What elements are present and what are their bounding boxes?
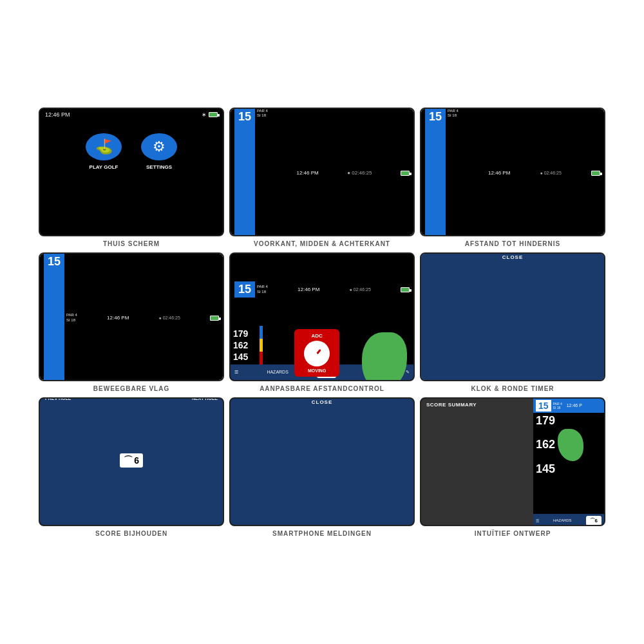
- cell-klok: < BACK ROUND TIME ∗ 03:17:42 ROUND TIME: [420, 252, 605, 392]
- hole-badge-score: ⌒ 6: [120, 453, 143, 468]
- timer-adc: ● 02:46:25: [349, 287, 370, 292]
- battery-voorkant: [401, 171, 410, 176]
- screen-beweeg: 15 PAR 4 SI 18 12:46 PM ● 02:46:25 179: [39, 252, 224, 381]
- cell-sms: < BACK TEXT MESSAGE ∗ ⎘ Patrick Stoneris…: [229, 397, 415, 537]
- time-voorkant: 12:46 PM: [296, 170, 318, 176]
- play-golf-icon-circle: ⛳: [86, 133, 122, 160]
- hole-info-adc: 15 PAR 4 SI 18: [234, 281, 268, 298]
- par-afstand: PAR 4: [448, 109, 459, 113]
- status-icons-thuis: ∗: [202, 111, 218, 118]
- screen-sms: < BACK TEXT MESSAGE ∗ ⎘ Patrick Stoneris…: [229, 397, 415, 526]
- close-bar-klok[interactable]: CLOSE: [421, 252, 604, 380]
- caption-afstand: AFSTAND TOT HINDERNIS: [465, 240, 560, 247]
- hole-num-menu: 15: [536, 400, 551, 412]
- topbar-voorkant: 15 PAR 4 SI 18 12:46 PM ● 02:46:25: [231, 109, 413, 236]
- topbar-beweeg: 15 PAR 4 SI 18 12:46 PM ● 02:46:25: [40, 254, 223, 381]
- caption-adc: AANPASBARE AFSTANDCONTROL: [260, 385, 384, 392]
- hazards-menu: HAZARDS: [553, 518, 572, 522]
- time-thuis: 12:46 PM: [45, 111, 70, 118]
- bottombar-menu: ☰ HAZARDS ⌒6: [533, 514, 604, 526]
- time-menu: 12:46 P: [567, 403, 582, 408]
- distances-adc: 179 162 145: [231, 326, 260, 365]
- right-topbar-menu: 15 PAR 4 SI 18 12:46 P: [533, 399, 604, 413]
- close-bar-sms[interactable]: CLOSE: [231, 397, 413, 525]
- settings-btn[interactable]: ⚙ SETTINGS: [141, 133, 177, 236]
- time-beweeg: 12:46 PM: [107, 315, 129, 321]
- dist3-menu: 145: [533, 461, 604, 477]
- dist3-adc: 145: [233, 352, 257, 362]
- par-info-menu: PAR 4 SI 18: [553, 402, 562, 410]
- par-info-voorkant: PAR 4 SI 18: [257, 109, 268, 236]
- par-voorkant: PAR 4: [257, 109, 268, 113]
- bluetooth-icon: ∗: [202, 111, 207, 118]
- adc-title: ADC: [298, 333, 336, 339]
- si-voorkant: SI 18: [257, 113, 268, 118]
- timer-afstand: ● 02:46:25: [540, 171, 561, 175]
- prev-hole-btn[interactable]: PREV HOLE: [45, 397, 71, 525]
- compass-needle: [313, 348, 321, 357]
- caption-klok: KLOK & RONDE TIMER: [471, 385, 554, 392]
- cell-thuis: 12:46 PM ∗ ⛳ PLAY GOLF: [39, 108, 224, 247]
- dist2-adc: 162: [233, 340, 257, 350]
- caption-sms: SMARTPHONE MELDINGEN: [272, 530, 372, 537]
- arch-score: ⌒: [124, 455, 133, 466]
- cell-afstand: 15 PAR 4 SI 18 12:46 PM ● 02:46:25 190: [420, 108, 605, 247]
- hole-info-afstand: 15 PAR 4 SI 18: [425, 109, 459, 236]
- timer-beweeg: ● 02:46:25: [158, 316, 180, 320]
- next-hole-btn[interactable]: NEXT HOLE: [192, 397, 218, 525]
- adc-compass: [304, 341, 330, 366]
- si-afstand: SI 18: [448, 113, 459, 118]
- adc-widget: ADC MOVING: [294, 329, 339, 377]
- caption-menu: INTUÏTIEF ONTWERP: [475, 530, 551, 537]
- golfer-icon: ⛳: [95, 138, 113, 155]
- hole-num-voorkant: 15: [234, 109, 255, 236]
- hole-num-beweeg: 15: [44, 254, 64, 381]
- dist1-adc: 179: [233, 328, 257, 339]
- settings-icon-circle: ⚙: [141, 133, 177, 160]
- screens-grid: 12:46 PM ∗ ⛳ PLAY GOLF: [39, 108, 605, 537]
- dist2-row-menu: 162: [533, 429, 604, 461]
- battery-beweeg: [210, 316, 219, 321]
- mini-green-menu: [558, 429, 583, 461]
- battery-afstand: [591, 171, 600, 176]
- caption-score: SCORE BIJHOUDEN: [95, 530, 167, 537]
- right-area-menu: [558, 429, 583, 461]
- cell-voorkant: 15 PAR 4 SI 18 12:46 PM ● 02:46:25 179: [229, 108, 415, 247]
- screen-menu: SCORE SUMMARY SELECT HOLE SET UNITS SET …: [420, 397, 605, 526]
- hole-num-adc: 15: [234, 281, 255, 298]
- hole-info-voorkant: 15 PAR 4 SI 18: [234, 109, 268, 236]
- timer-voorkant: ● 02:46:25: [347, 170, 372, 176]
- play-golf-label: PLAY GOLF: [90, 164, 118, 236]
- menu-icon-menu[interactable]: ☰: [536, 518, 539, 523]
- screen-adc: 15 PAR 4 SI 18 12:46 PM ● 02:46:25 179: [229, 252, 415, 381]
- par-info-adc: PAR 4 SI 18: [257, 285, 268, 294]
- par-info-afstand: PAR 4 SI 18: [448, 109, 459, 236]
- app-icons-row: ⛳ PLAY GOLF ⚙ SETTINGS: [40, 120, 223, 236]
- caption-beweeg: BEWEEGBARE VLAG: [93, 385, 169, 392]
- menu-list: SCORE SUMMARY SELECT HOLE SET UNITS SET …: [421, 399, 533, 526]
- hole-num-afstand: 15: [425, 109, 446, 236]
- bottom-nav-score: PREV HOLE ⌒ 6 NEXT HOLE: [40, 397, 223, 525]
- battery-icon: [209, 112, 218, 117]
- cell-score: < BACK ENTER SCORE ∗ HOLE 18 PAR 5 – SI …: [39, 397, 224, 537]
- edit-icon-adc[interactable]: ✎: [406, 370, 410, 375]
- dist2-menu: 162: [533, 437, 558, 453]
- topbar-adc: 15 PAR 4 SI 18 12:46 PM ● 02:46:25: [231, 254, 413, 326]
- settings-label: SETTINGS: [146, 164, 172, 236]
- play-golf-btn[interactable]: ⛳ PLAY GOLF: [86, 133, 122, 236]
- time-adc: 12:46 PM: [298, 287, 319, 292]
- par-info-beweeg: PAR 4 SI 18: [66, 313, 77, 322]
- screen-klok: < BACK ROUND TIME ∗ 03:17:42 ROUND TIME: [420, 252, 605, 381]
- topbar-afstand: 15 PAR 4 SI 18 12:46 PM ● 02:46:25: [421, 109, 604, 236]
- hazards-adc: HAZARDS: [267, 370, 288, 374]
- cell-beweeg: 15 PAR 4 SI 18 12:46 PM ● 02:46:25 179: [39, 252, 224, 392]
- hole-num-badge-score: 6: [134, 455, 139, 466]
- gear-icon: ⚙: [153, 138, 166, 155]
- screen-afstand: 15 PAR 4 SI 18 12:46 PM ● 02:46:25 190: [420, 108, 605, 236]
- menu-item-score-summary[interactable]: SCORE SUMMARY: [421, 399, 533, 526]
- caption-thuis: THUIS SCHERM: [103, 240, 160, 247]
- topbar-thuis: 12:46 PM ∗: [40, 109, 223, 120]
- cell-menu: SCORE SUMMARY SELECT HOLE SET UNITS SET …: [420, 397, 605, 537]
- time-afstand: 12:46 PM: [488, 170, 510, 176]
- menu-icon-adc[interactable]: ☰: [234, 370, 238, 375]
